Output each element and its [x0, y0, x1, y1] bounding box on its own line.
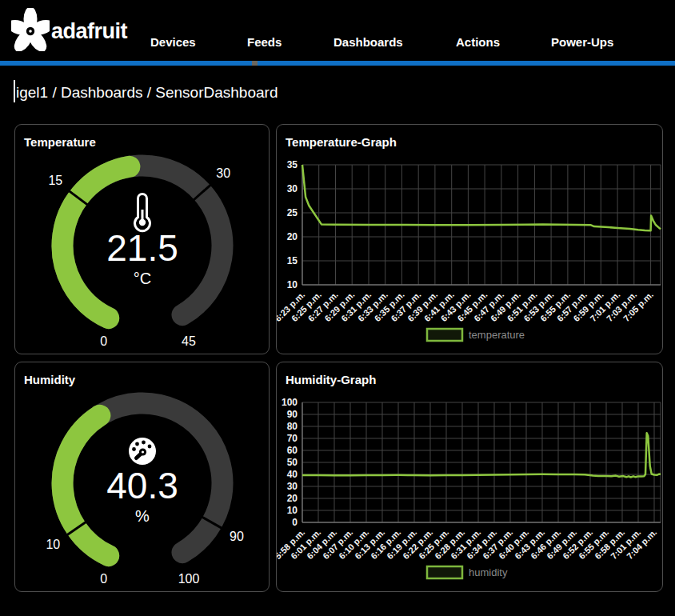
temperature-gauge-card: Temperature 1530045 21.5°C	[14, 124, 270, 354]
svg-text:70: 70	[287, 433, 298, 444]
meter-icon	[129, 438, 156, 465]
humidity-gauge-title: Humidity	[24, 370, 260, 389]
svg-text:45: 45	[182, 334, 196, 348]
svg-text:21.5: 21.5	[106, 227, 178, 269]
humidity-gauge-card: Humidity 10900100 40.3%	[14, 362, 270, 592]
svg-text:0: 0	[100, 572, 107, 586]
breadcrumb-user[interactable]: igel1	[16, 84, 48, 101]
svg-text:humidity: humidity	[469, 566, 508, 578]
nav-item-powerups[interactable]: Power-Ups	[551, 35, 613, 49]
svg-text:°C: °C	[134, 270, 151, 287]
brand-name: adafruit	[51, 19, 127, 44]
breadcrumb: igel1 / Dashboards / SensorDashboard	[16, 84, 278, 102]
svg-text:90: 90	[230, 530, 244, 543]
svg-text:30: 30	[287, 481, 298, 492]
svg-text:30: 30	[216, 166, 230, 180]
svg-text:100: 100	[178, 572, 200, 586]
text-caret	[14, 80, 15, 102]
svg-text:80: 80	[287, 421, 298, 432]
svg-text:0: 0	[100, 334, 107, 348]
humidity-graph-title: Humidity-Graph	[286, 370, 653, 389]
svg-text:0: 0	[292, 517, 298, 528]
adafruit-flower-icon	[11, 8, 50, 54]
svg-text:40.3: 40.3	[106, 465, 178, 506]
svg-text:90: 90	[287, 409, 298, 420]
svg-text:60: 60	[287, 445, 298, 456]
svg-text:10: 10	[287, 279, 298, 290]
svg-text:35: 35	[287, 159, 298, 170]
svg-text:25: 25	[287, 207, 298, 218]
svg-text:10: 10	[287, 505, 298, 516]
temperature-graph-canvas: 3530252015106:23 p.m.6:25 p.m.6:27 p.m.6…	[277, 152, 662, 354]
breadcrumb-separator: /	[142, 84, 155, 101]
adafruit-logo[interactable]: adafruit	[11, 8, 127, 54]
top-navbar: adafruit Devices Feeds Dashboards Action…	[0, 0, 675, 61]
svg-text:50: 50	[287, 457, 298, 468]
breadcrumb-dashboards[interactable]: Dashboards	[61, 84, 142, 101]
nav-item-actions[interactable]: Actions	[456, 35, 500, 49]
humidity-graph-card: Humidity-Graph 10090807060504030201005:5…	[276, 362, 663, 592]
svg-text:20: 20	[287, 231, 298, 242]
svg-text:40: 40	[287, 469, 298, 480]
svg-text:100: 100	[282, 397, 298, 408]
svg-text:temperature: temperature	[469, 329, 525, 341]
humidity-graph-canvas: 10090807060504030201005:58 p.m.6:01 p.m.…	[277, 390, 662, 592]
svg-text:20: 20	[287, 493, 298, 504]
svg-text:10: 10	[46, 538, 60, 551]
nav-item-feeds[interactable]: Feeds	[247, 35, 282, 49]
temperature-graph-card: Temperature-Graph 3530252015106:23 p.m.6…	[276, 124, 663, 354]
breadcrumb-separator: /	[48, 84, 61, 101]
nav-item-dashboards[interactable]: Dashboards	[334, 35, 403, 49]
nav-item-devices[interactable]: Devices	[150, 35, 196, 49]
svg-text:15: 15	[287, 255, 298, 266]
breadcrumb-row: igel1 / Dashboards / SensorDashboard	[0, 66, 675, 124]
svg-text:15: 15	[48, 174, 62, 187]
temperature-graph-title: Temperature-Graph	[286, 133, 653, 151]
temperature-gauge: 1530045 21.5°C	[24, 151, 260, 353]
svg-text:30: 30	[287, 183, 298, 194]
dashboard-grid: Temperature 1530045 21.5°C Temperature-G…	[14, 124, 675, 592]
humidity-gauge: 10900100 40.3%	[24, 389, 260, 590]
breadcrumb-dashboard-name[interactable]: SensorDashboard	[155, 84, 278, 101]
thermometer-icon	[135, 194, 150, 231]
temperature-gauge-title: Temperature	[24, 133, 260, 151]
svg-text:%: %	[135, 507, 150, 525]
